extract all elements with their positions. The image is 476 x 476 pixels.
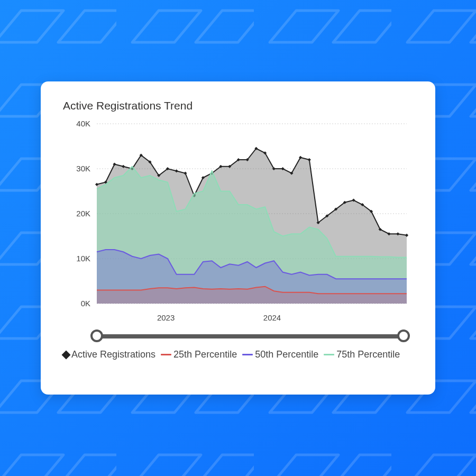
range-slider-end-handle[interactable] xyxy=(397,329,410,342)
legend-item: 50th Percentile xyxy=(242,349,318,360)
legend-item: 25th Percentile xyxy=(161,349,237,360)
x-axis-tick: 2023 xyxy=(157,313,175,322)
range-slider[interactable] xyxy=(97,334,404,338)
legend-item: Active Registrations xyxy=(63,349,155,360)
chart-title: Active Registrations Trend xyxy=(63,99,193,112)
legend-label: Active Registrations xyxy=(71,349,155,360)
line-swatch-icon xyxy=(324,354,334,355)
legend-item: 75th Percentile xyxy=(324,349,400,360)
y-axis-tick: 30K xyxy=(76,164,90,173)
legend-label: 25th Percentile xyxy=(173,349,237,360)
legend-label: 75th Percentile xyxy=(336,349,400,360)
legend-label: 50th Percentile xyxy=(255,349,318,360)
page-background: Active Registrations Trend 0K10K20K30K40… xyxy=(0,0,476,476)
x-axis-tick: 2024 xyxy=(263,313,281,322)
y-axis-tick: 10K xyxy=(76,254,90,263)
y-axis-tick: 0K xyxy=(81,299,90,308)
line-swatch-icon xyxy=(242,354,253,355)
y-axis-tick: 20K xyxy=(76,209,90,218)
chart-card: Active Registrations Trend 0K10K20K30K40… xyxy=(41,81,435,395)
y-axis-tick: 40K xyxy=(76,119,90,128)
range-slider-start-handle[interactable] xyxy=(90,329,103,342)
chart-plot: 0K10K20K30K40K xyxy=(63,118,412,309)
diamond-icon xyxy=(62,350,71,359)
chart-legend: Active Registrations25th Percentile50th … xyxy=(63,349,400,360)
line-swatch-icon xyxy=(161,354,171,355)
